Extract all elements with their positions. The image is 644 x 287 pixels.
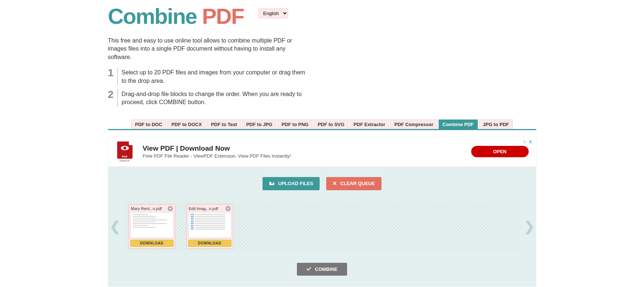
file-strip[interactable]: Mary Rent...n.pdfDOWNLOADEdit Imag...n.p…: [124, 201, 520, 252]
logo-word-2: PDF: [202, 4, 244, 29]
close-icon: [333, 181, 336, 186]
ad-title: View PDF | Download Now: [143, 144, 462, 152]
ad-text: View PDF | Download Now Free PDF File Re…: [143, 144, 462, 159]
combine-row: COMBINE: [108, 263, 536, 276]
remove-file-icon[interactable]: [168, 206, 173, 211]
ad-badge-sub: ViewPDF: [119, 159, 130, 162]
remove-file-icon[interactable]: [226, 206, 231, 211]
file-card[interactable]: Mary Rent...n.pdfDOWNLOAD: [129, 204, 175, 249]
adchoices-icon[interactable]: ▷: [524, 139, 526, 144]
clear-queue-button[interactable]: CLEAR QUEUE: [326, 177, 381, 190]
file-thumbnail: [188, 212, 231, 238]
tab-pdf-compressor[interactable]: PDF Compressor: [390, 119, 437, 129]
main-workspace: PDF ViewPDF View PDF | Download Now Free…: [108, 137, 536, 287]
file-name: Mary Rent...n.pdf: [131, 206, 166, 211]
tab-pdf-to-docx[interactable]: PDF to DOCX: [167, 119, 206, 129]
ad-pdf-icon: [117, 141, 133, 155]
check-icon: [306, 266, 311, 272]
next-arrow[interactable]: ❯: [522, 219, 536, 234]
ad-open-button[interactable]: OPEN: [471, 146, 529, 157]
tab-pdf-to-text[interactable]: PDF to Text: [207, 119, 241, 129]
logo: Combine PDF: [108, 5, 244, 27]
logo-word-1: Combine: [108, 4, 197, 29]
combine-button[interactable]: COMBINE: [297, 263, 347, 276]
tab-combine-pdf[interactable]: Combine PDF: [439, 119, 478, 129]
tabs-container: PDF to DOCPDF to DOCXPDF to TextPDF to J…: [108, 119, 536, 130]
prev-arrow[interactable]: ❮: [108, 219, 122, 234]
step-1: 1 Select up to 20 PDF files and images f…: [108, 68, 536, 85]
intro-text: This free and easy to use online tool al…: [108, 37, 306, 61]
tab-pdf-to-doc[interactable]: PDF to DOC: [131, 119, 166, 129]
language-select[interactable]: English: [258, 8, 288, 18]
tab-pdf-to-jpg[interactable]: PDF to JPG: [242, 119, 276, 129]
file-name: Edit Imag...n.pdf: [189, 206, 224, 211]
step-number: 1: [108, 68, 118, 85]
upload-files-button[interactable]: UPLOAD FILES: [263, 177, 320, 190]
upload-icon: [269, 181, 275, 187]
file-card[interactable]: Edit Imag...n.pdfDOWNLOAD: [186, 204, 233, 249]
step-text: Drag-and-drop file blocks to change the …: [122, 89, 308, 107]
ad-meta: ▷: [524, 139, 533, 144]
upload-label: UPLOAD FILES: [278, 181, 313, 186]
download-button[interactable]: DOWNLOAD: [130, 240, 174, 247]
steps: 1 Select up to 20 PDF files and images f…: [108, 68, 536, 107]
tab-pdf-to-png[interactable]: PDF to PNG: [278, 119, 313, 129]
tab-jpg-to-pdf[interactable]: JPG to PDF: [479, 119, 513, 129]
file-thumbnail: [130, 212, 174, 238]
ad-thumbnail: PDF ViewPDF: [116, 141, 134, 162]
tab-pdf-extractor[interactable]: PDF Extractor: [350, 119, 390, 129]
file-strip-container: ❮ Mary Rent...n.pdfDOWNLOADEdit Imag...n…: [108, 201, 536, 252]
step-number: 2: [108, 89, 118, 107]
tab-pdf-to-svg[interactable]: PDF to SVG: [314, 119, 349, 129]
action-buttons: UPLOAD FILES CLEAR QUEUE: [108, 177, 536, 190]
download-button[interactable]: DOWNLOAD: [188, 240, 231, 247]
tabs: PDF to DOCPDF to DOCXPDF to TextPDF to J…: [108, 119, 536, 130]
ad-description: Free PDF File Reader - ViewPDF Extension…: [143, 153, 462, 159]
ad-banner: PDF ViewPDF View PDF | Download Now Free…: [108, 137, 536, 167]
header: Combine PDF English: [108, 0, 536, 27]
step-2: 2 Drag-and-drop file blocks to change th…: [108, 89, 536, 107]
ad-badge: PDF: [117, 155, 133, 159]
ad-close-icon[interactable]: [528, 139, 533, 144]
step-text: Select up to 20 PDF files and images fro…: [122, 68, 308, 85]
clear-label: CLEAR QUEUE: [340, 181, 375, 186]
combine-label: COMBINE: [315, 266, 337, 272]
